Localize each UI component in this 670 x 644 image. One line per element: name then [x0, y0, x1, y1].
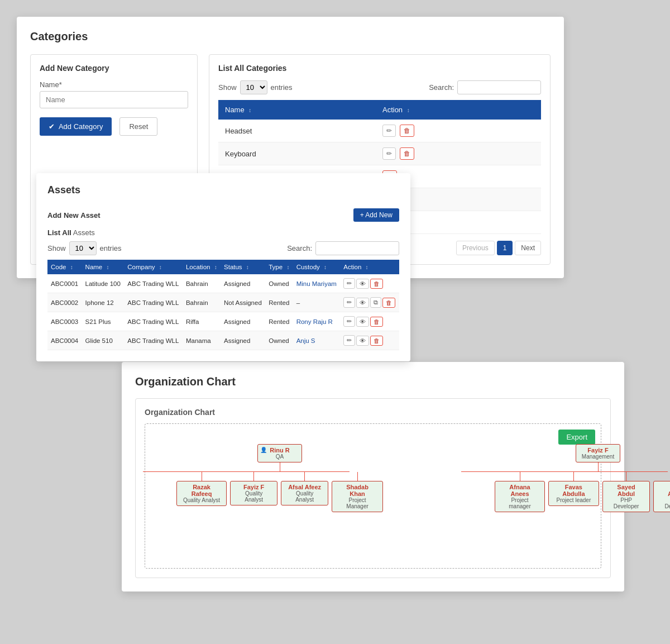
org-inner-box: Organization Chart Export 👤 Rinu R QA — [135, 398, 611, 578]
col-code: Code ↕ — [47, 260, 82, 274]
categories-title: Categories — [30, 30, 551, 43]
view-button[interactable]: 👁 — [356, 279, 369, 289]
org-inner-title: Organization Chart — [145, 408, 601, 417]
copy-button[interactable]: ⧉ — [370, 297, 381, 308]
child-branch: Sayed Abdul PHP Developer — [602, 472, 650, 512]
table-row: ABC0002 Iphone 12 ABC Trading WLL Bahrai… — [47, 293, 399, 312]
custody-link[interactable]: Minu Mariyam — [296, 280, 337, 287]
col-name: Name ↕ — [82, 260, 125, 274]
child-branch: Shadab Khan Project Manager — [332, 472, 383, 512]
org-chart-title: Organization Chart — [135, 375, 611, 388]
custody-link[interactable]: Anju S — [296, 337, 315, 344]
assets-search-input[interactable] — [315, 241, 399, 255]
vertical-connector — [253, 472, 254, 481]
add-category-title: Add New Category — [40, 64, 188, 73]
right-children-row: Afnana Anees Project manager Favas Abdul… — [495, 472, 670, 512]
org-node: Razak Rafeeq Quality Analyst — [176, 481, 227, 506]
edit-button[interactable]: ✏ — [343, 335, 355, 346]
edit-button[interactable]: ✏ — [343, 316, 355, 327]
delete-button[interactable]: 🗑 — [400, 125, 414, 137]
col-status: Status ↕ — [221, 260, 265, 274]
name-label: Name* — [40, 80, 188, 89]
category-name-input[interactable] — [40, 91, 188, 108]
delete-button[interactable]: 🗑 — [370, 279, 383, 289]
check-icon: ✔ — [49, 122, 55, 131]
table-row: ABC0001 Latitude 100 ABC Trading WLL Bah… — [47, 274, 399, 293]
vertical-connector — [202, 472, 202, 481]
child-branch: Favas Abdulla Project leader — [548, 472, 599, 512]
previous-page-button[interactable]: Previous — [456, 241, 495, 255]
left-children-row: Razak Rafeeq Quality Analyst Fayiz F Qua… — [176, 472, 383, 512]
vertical-connector — [520, 472, 520, 481]
manager-branch-right: Fayiz F Management Afnana Anees — [495, 444, 670, 512]
edit-button[interactable]: ✏ — [382, 125, 396, 137]
org-chart-visual: 👤 Rinu R QA Razak Rafeeq — [154, 433, 592, 518]
org-node: Fayiz F Management — [576, 444, 620, 462]
vertical-connector — [573, 472, 574, 481]
edit-button[interactable]: ✏ — [343, 278, 355, 289]
child-branch: Afnana Anees Project manager — [495, 472, 545, 512]
child-branch: Afsal Afeez Quality Analyst — [281, 472, 328, 512]
child-branch: Fayiz F Quality Analyst — [230, 472, 277, 512]
delete-button[interactable]: 🗑 — [370, 336, 383, 346]
assets-show-entries: Show 1025 entries — [47, 241, 122, 255]
org-chart-panel: Organization Chart Organization Chart Ex… — [122, 362, 624, 591]
assets-entries-select[interactable]: 1025 — [69, 241, 97, 255]
col-action: Action ↕ — [376, 100, 541, 120]
col-custody: Custody ↕ — [293, 260, 341, 274]
manager-branch-left: 👤 Rinu R QA Razak Rafeeq — [176, 444, 383, 512]
reset-button[interactable]: Reset — [119, 117, 157, 136]
vertical-connector — [357, 472, 358, 481]
org-node: Fayiz F Quality Analyst — [230, 481, 277, 505]
list-all-assets-label: List All Assets — [47, 228, 399, 237]
vertical-connector — [626, 472, 626, 481]
search-box: Search: — [429, 80, 541, 94]
col-type: Type ↕ — [265, 260, 293, 274]
horizontal-connector — [143, 471, 350, 472]
org-node: Afnana Anees Project manager — [495, 481, 545, 512]
view-button[interactable]: 👁 — [356, 317, 369, 327]
table-row: Keyboard ✏ 🗑 — [218, 142, 541, 165]
list-all-title: List All Categories — [218, 64, 541, 73]
assets-search-box: Search: — [287, 241, 399, 255]
page-1-button[interactable]: 1 — [497, 241, 513, 255]
edit-button[interactable]: ✏ — [343, 297, 355, 308]
custody-link[interactable]: Rony Raju R — [296, 318, 333, 325]
child-branch: Razak Rafeeq Quality Analyst — [176, 472, 227, 512]
table-row: ABC0004 Glide 510 ABC Trading WLL Manama… — [47, 331, 399, 350]
delete-button[interactable]: 🗑 — [382, 298, 395, 308]
assets-panel: Assets Add New Asset + Add New List All … — [36, 173, 410, 361]
vertical-connector — [304, 472, 305, 481]
view-button[interactable]: 👁 — [356, 298, 369, 308]
table-row: Headset ✏ 🗑 — [218, 120, 541, 142]
col-company: Company ↕ — [124, 260, 183, 274]
col-location: Location ↕ — [183, 260, 221, 274]
org-node: Shadab Khan Project Manager — [332, 481, 383, 512]
horizontal-connector — [461, 471, 668, 472]
next-page-button[interactable]: Next — [515, 241, 541, 255]
show-entries: Show 102550 entries — [218, 80, 293, 94]
col-action: Action ↕ — [340, 260, 399, 274]
vertical-connector — [280, 462, 280, 471]
table-row: ABC0003 S21 Plus ABC Trading WLL Riffa A… — [47, 312, 399, 331]
delete-button[interactable]: 🗑 — [400, 147, 414, 160]
assets-table: Code ↕ Name ↕ Company ↕ Location ↕ Statu… — [47, 260, 399, 350]
org-node: Sayed Abdul PHP Developer — [602, 481, 650, 512]
edit-button[interactable]: ✏ — [382, 147, 396, 160]
view-button[interactable]: 👁 — [356, 336, 369, 346]
org-node: Aana Ameer PHP Developer — [653, 481, 670, 512]
delete-button[interactable]: 🗑 — [370, 317, 383, 327]
org-node: Afsal Afeez Quality Analyst — [281, 481, 328, 505]
child-branch: Aana Ameer PHP Developer — [653, 472, 670, 512]
col-name: Name ↕ — [218, 100, 376, 120]
assets-title: Assets — [47, 184, 80, 196]
categories-search-input[interactable] — [457, 80, 541, 94]
add-new-asset-button[interactable]: + Add New — [353, 208, 399, 222]
org-node: 👤 Rinu R QA — [257, 444, 302, 462]
add-category-button[interactable]: ✔ Add Category — [40, 117, 112, 136]
org-node: Favas Abdulla Project leader — [548, 481, 599, 506]
entries-select[interactable]: 102550 — [240, 80, 267, 94]
person-icon: 👤 — [260, 447, 267, 453]
add-new-asset-label: Add New Asset — [47, 211, 100, 220]
org-chart-area: Export 👤 Rinu R QA — [145, 423, 601, 569]
